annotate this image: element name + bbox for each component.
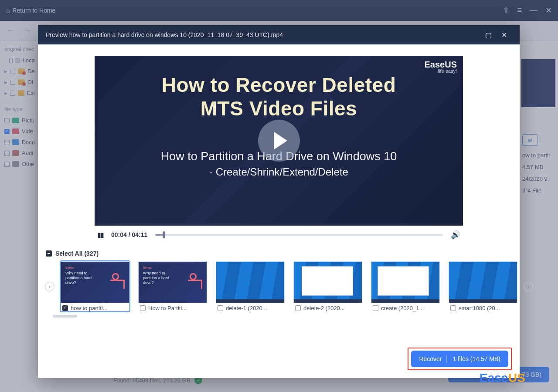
gallery-prev-icon[interactable]: ‹ (45, 282, 54, 291)
time-display: 00:04 / 04:11 (111, 231, 147, 238)
video-controls: ▮▮ 00:04 / 04:11 🔊 (95, 226, 463, 240)
modal-title: Preview how to partition a hard drive on… (46, 31, 283, 38)
gallery-next-icon[interactable]: › (524, 282, 533, 291)
play-icon[interactable] (258, 120, 300, 162)
gallery-scroll-indicator[interactable] (53, 315, 77, 318)
thumbnail[interactable]: create (2020_1... (371, 261, 440, 311)
modal-header: Preview how to partition a hard drive on… (38, 25, 520, 44)
maximize-icon[interactable]: ▢ (480, 31, 496, 39)
thumbnail[interactable]: SeriesWhy need to partition a hard drive… (61, 261, 129, 311)
easeus-watermark: EaseUS (480, 371, 545, 388)
recover-label: Recover (419, 355, 442, 362)
slide-subheading: - Create/Shrink/Extend/Delete (209, 166, 348, 178)
recover-button[interactable]: Recover │ 1 files (14.57 MB) (411, 351, 508, 367)
select-all-checkbox[interactable] (46, 250, 52, 257)
recover-highlight: Recover │ 1 files (14.57 MB) (408, 348, 512, 370)
thumbnail[interactable]: smart1080 (20... (449, 261, 517, 311)
recover-detail: 1 files (14.57 MB) (453, 355, 500, 362)
select-all-control[interactable]: Select All (327) (45, 247, 513, 261)
thumbnail-label[interactable]: How to Partiti... (138, 305, 207, 311)
svg-text:Ease: Ease (480, 371, 508, 385)
seek-track[interactable] (155, 234, 443, 236)
thumbnail[interactable]: delete-2 (2020... (293, 261, 362, 311)
pause-button[interactable]: ▮▮ (97, 231, 103, 239)
overlay-title: How to Recover Deleted MTS Video Files (95, 73, 463, 121)
modal-close-icon[interactable]: ✕ (496, 31, 512, 39)
thumbnail-label[interactable]: delete-2 (2020... (293, 305, 362, 311)
thumbnail-label[interactable]: create (2020_1... (371, 305, 440, 311)
preview-modal: Preview how to partition a hard drive on… (38, 25, 520, 378)
thumbnail[interactable]: SeriesWhy need to partition a hard drive… (138, 261, 207, 311)
thumbnail-label[interactable]: smart1080 (20... (449, 305, 517, 311)
thumbnail-label[interactable]: how to partiti... (61, 305, 129, 311)
modal-footer: Recover │ 1 files (14.57 MB) (38, 341, 520, 378)
preview-area: EaseUS life easy! How to Recover Deleted… (38, 44, 520, 245)
thumbnail-gallery: Select All (327) ‹ SeriesWhy need to par… (38, 245, 520, 318)
thumbnail-label[interactable]: delete-1 (2020... (216, 305, 285, 311)
volume-icon[interactable]: 🔊 (451, 230, 460, 240)
thumbnail[interactable]: delete-1 (2020... (216, 261, 285, 311)
select-all-label: Select All (327) (55, 250, 99, 257)
video-frame[interactable]: EaseUS life easy! How to Recover Deleted… (95, 56, 463, 226)
brand-watermark: EaseUS life easy! (425, 60, 457, 74)
svg-text:US: US (508, 371, 525, 385)
